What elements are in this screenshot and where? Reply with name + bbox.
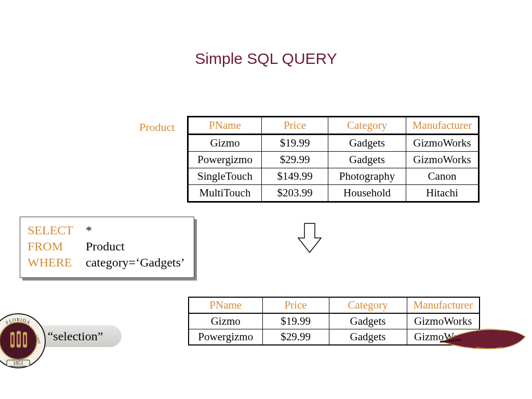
col-header: PName: [189, 297, 262, 313]
cell: Gadgets: [328, 152, 406, 168]
cell: Gizmo: [188, 135, 262, 152]
where-arg: category=‘Gadgets’: [86, 255, 185, 271]
cell: Photography: [328, 168, 406, 185]
arrow-down-icon: [294, 220, 325, 257]
product-table: PName Price Category Manufacturer Gizmo …: [187, 116, 480, 203]
cell: Powergizmo: [189, 329, 262, 345]
cell: $19.99: [262, 313, 329, 329]
table-row: Powergizmo $29.99 Gadgets GizmoWorks: [189, 329, 480, 345]
table-label-product: Product: [139, 121, 175, 134]
cell: SingleTouch: [188, 168, 262, 185]
cell: Household: [328, 185, 406, 202]
cell: GizmoWorks: [406, 135, 479, 152]
cell: $203.99: [262, 185, 328, 202]
cell: $19.99: [262, 135, 328, 152]
select-arg: *: [86, 222, 92, 238]
feather-icon: [440, 321, 528, 357]
table-row: Gizmo $19.99 Gadgets GizmoWorks: [188, 135, 479, 152]
from-arg: Product: [86, 238, 125, 255]
cell: Canon: [406, 168, 479, 185]
svg-rect-10: [24, 335, 26, 344]
col-header: Manufacturer: [407, 297, 480, 313]
cell: Gadgets: [328, 135, 406, 152]
cell: $29.99: [262, 152, 328, 168]
cell: Powergizmo: [188, 152, 262, 168]
col-header: Manufacturer: [406, 117, 479, 135]
cell: GizmoWorks: [406, 152, 479, 168]
slide-title: Simple SQL QUERY: [0, 50, 532, 68]
cell: $29.99: [262, 329, 329, 345]
result-table: PName Price Category Manufacturer Gizmo …: [188, 297, 480, 345]
svg-text:1851: 1851: [13, 360, 23, 366]
col-header: Price: [262, 297, 329, 313]
svg-rect-8: [11, 335, 14, 344]
col-header: PName: [188, 117, 262, 135]
sql-query-box: SELECT * FROM Product WHERE category=‘Ga…: [20, 217, 194, 278]
fsu-seal-icon: FLORIDA STATE UNIV 1851: [0, 312, 47, 369]
svg-rect-9: [18, 334, 20, 344]
table-header-row: PName Price Category Manufacturer: [189, 297, 480, 313]
cell: Hitachi: [406, 185, 479, 202]
keyword-from: FROM: [28, 238, 86, 255]
col-header: Category: [329, 297, 407, 313]
cell: $149.99: [262, 168, 328, 185]
cell: Gadgets: [329, 313, 407, 329]
table-row: MultiTouch $203.99 Household Hitachi: [188, 185, 479, 202]
col-header: Category: [328, 117, 406, 135]
keyword-select: SELECT: [28, 222, 86, 238]
keyword-where: WHERE: [28, 255, 86, 271]
table-row: Powergizmo $29.99 Gadgets GizmoWorks: [188, 152, 479, 168]
col-header: Price: [262, 117, 328, 135]
table-header-row: PName Price Category Manufacturer: [188, 117, 479, 135]
cell: MultiTouch: [188, 185, 262, 202]
cell: Gizmo: [189, 313, 262, 329]
cell: Gadgets: [329, 329, 407, 345]
table-row: SingleTouch $149.99 Photography Canon: [188, 168, 479, 185]
table-row: Gizmo $19.99 Gadgets GizmoWorks: [189, 313, 480, 329]
